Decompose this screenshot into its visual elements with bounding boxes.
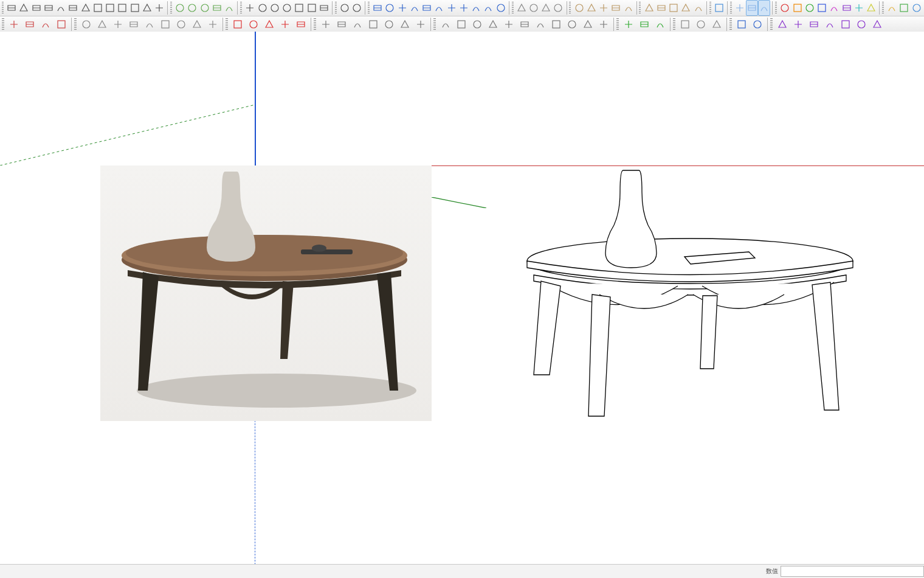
cube-b-button[interactable]: [898, 0, 910, 16]
look-button[interactable]: [470, 0, 482, 16]
bz-d-button[interactable]: [822, 16, 838, 32]
tex-b-button[interactable]: [453, 16, 469, 32]
solid-d-button[interactable]: [365, 16, 381, 32]
tape-button[interactable]: [116, 0, 128, 16]
position-camera-button[interactable]: [458, 0, 470, 16]
tex-d-button[interactable]: [485, 16, 501, 32]
color-red-button[interactable]: [779, 0, 791, 16]
solid-c-button[interactable]: [350, 16, 365, 32]
color-orange-button[interactable]: [791, 0, 803, 16]
tex-j-button[interactable]: [580, 16, 596, 32]
curve-g-button[interactable]: [173, 16, 189, 32]
curve-f-button[interactable]: [157, 16, 173, 32]
component-c-button[interactable]: [598, 0, 610, 16]
color-blue-button[interactable]: [816, 0, 828, 16]
toolbar-grip[interactable]: [2, 18, 4, 30]
color-magenta-button[interactable]: [828, 0, 840, 16]
box-a-button[interactable]: [734, 0, 746, 16]
solid-e-button[interactable]: [381, 16, 397, 32]
poly-b-button[interactable]: [693, 16, 709, 32]
scale-button[interactable]: [211, 0, 223, 16]
bz-c-button[interactable]: [806, 16, 822, 32]
solid-b-button[interactable]: [334, 16, 350, 32]
toolbar-grip[interactable]: [314, 18, 316, 30]
color-green-button[interactable]: [804, 0, 816, 16]
eraser-button[interactable]: [104, 0, 116, 16]
dim-e-button[interactable]: [293, 16, 309, 32]
bz-g-button[interactable]: [869, 16, 885, 32]
intersect-button[interactable]: [269, 0, 281, 16]
solid-g-button[interactable]: [413, 16, 429, 32]
env-a-button[interactable]: [621, 16, 636, 32]
wire-button[interactable]: [552, 0, 564, 16]
toolbar-grip[interactable]: [673, 18, 675, 30]
dim-b-button[interactable]: [246, 16, 261, 32]
section-button[interactable]: [495, 0, 507, 16]
arc-button[interactable]: [43, 0, 55, 16]
toolbar-grip[interactable]: [74, 18, 77, 30]
line-button[interactable]: [30, 0, 43, 16]
curve-e-button[interactable]: [142, 16, 157, 32]
grid-a-button[interactable]: [734, 16, 750, 32]
trim-button[interactable]: [305, 0, 317, 16]
freehand-button[interactable]: [55, 0, 67, 16]
cube-c-button[interactable]: [910, 0, 922, 16]
toolbar-grip[interactable]: [775, 2, 777, 14]
bz-e-button[interactable]: [838, 16, 853, 32]
box-c-button[interactable]: [758, 0, 770, 16]
orbit-button[interactable]: [371, 0, 384, 16]
model-table[interactable]: [523, 167, 857, 428]
measurements-input[interactable]: [781, 566, 924, 577]
solid-a-button[interactable]: [318, 16, 334, 32]
solid-f-button[interactable]: [397, 16, 413, 32]
plugin-d-button[interactable]: [53, 16, 69, 32]
tex-c-button[interactable]: [469, 16, 485, 32]
viewport[interactable]: [0, 32, 924, 565]
cube-a-button[interactable]: [886, 0, 898, 16]
tex-a-button[interactable]: [438, 16, 453, 32]
env-b-button[interactable]: [636, 16, 652, 32]
box-b-button[interactable]: [746, 0, 758, 16]
scene-update-button[interactable]: [655, 0, 667, 16]
zoom-extents-button[interactable]: [409, 0, 421, 16]
xray-button[interactable]: [540, 0, 552, 16]
pan-button[interactable]: [384, 0, 396, 16]
toolbar-grip[interactable]: [335, 2, 337, 14]
subtract-button[interactable]: [293, 0, 305, 16]
plugin-c-button[interactable]: [38, 16, 53, 32]
tex-e-button[interactable]: [501, 16, 517, 32]
curve-a-button[interactable]: [78, 16, 94, 32]
curve-h-button[interactable]: [189, 16, 205, 32]
toolbar-grip[interactable]: [729, 18, 732, 30]
zoom-button[interactable]: [396, 0, 409, 16]
dim-c-button[interactable]: [261, 16, 277, 32]
text-button[interactable]: [153, 0, 165, 16]
curve-b-button[interactable]: [94, 16, 110, 32]
curve-i-button[interactable]: [205, 16, 221, 32]
next-button[interactable]: [446, 0, 458, 16]
curve-d-button[interactable]: [126, 16, 142, 32]
bz-a-button[interactable]: [774, 16, 790, 32]
poly-a-button[interactable]: [677, 16, 693, 32]
grid-b-button[interactable]: [750, 16, 765, 32]
toolbar-grip[interactable]: [770, 18, 773, 30]
tex-f-button[interactable]: [517, 16, 533, 32]
toolbar-grip[interactable]: [433, 18, 436, 30]
scene-next-button[interactable]: [680, 0, 692, 16]
scene-add-button[interactable]: [643, 0, 655, 16]
split-button[interactable]: [318, 0, 330, 16]
dim-a-button[interactable]: [230, 16, 246, 32]
toolbar-grip[interactable]: [2, 2, 4, 14]
scene-prev-button[interactable]: [667, 0, 680, 16]
move-button[interactable]: [186, 0, 198, 16]
component-a-button[interactable]: [573, 0, 585, 16]
component-d-button[interactable]: [610, 0, 622, 16]
tex-k-button[interactable]: [596, 16, 612, 32]
offset-button[interactable]: [223, 0, 235, 16]
toolbar-grip[interactable]: [226, 18, 228, 30]
toolbar-grip[interactable]: [569, 2, 571, 14]
pushpull-button[interactable]: [174, 0, 186, 16]
toolbar-grip[interactable]: [730, 2, 732, 14]
union-button[interactable]: [281, 0, 293, 16]
outershell-button[interactable]: [256, 0, 268, 16]
